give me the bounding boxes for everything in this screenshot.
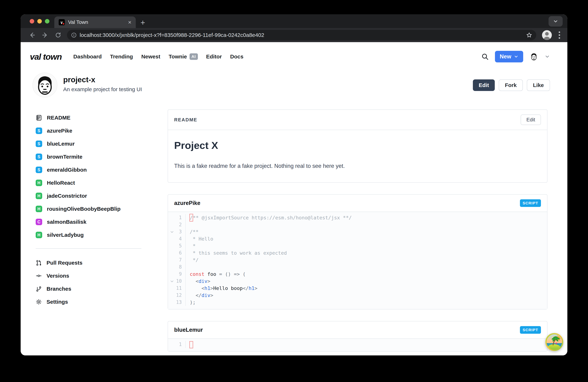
- code-line[interactable]: 2: [168, 221, 547, 228]
- code-text: [185, 221, 547, 228]
- code-line[interactable]: 3/**: [168, 228, 547, 235]
- minimize-window-button[interactable]: [37, 19, 42, 23]
- nav-link-label: Townie: [168, 54, 187, 60]
- bookmark-star-icon[interactable]: [526, 32, 532, 38]
- line-number: 1: [176, 214, 185, 221]
- tab-close-icon[interactable]: ×: [128, 19, 131, 25]
- line-number: 10: [176, 278, 185, 285]
- sidebar-item-azurePike[interactable]: SazurePike: [36, 124, 141, 137]
- file-card-azurePike: azurePikeSCRIPT1/** @jsxImportSource htt…: [168, 194, 547, 309]
- browser-menu-button[interactable]: [556, 32, 563, 39]
- readme-edit-button[interactable]: Edit: [521, 115, 541, 125]
- nav-link-dashboard[interactable]: Dashboard: [73, 54, 102, 60]
- screenshot-root: v Val Town × + localhost:3000/x/jxnblk/: [0, 0, 588, 382]
- nav-link-townie[interactable]: TownieAI: [168, 53, 198, 60]
- tab-search-button[interactable]: [548, 16, 563, 27]
- new-button[interactable]: New: [495, 51, 523, 62]
- code-line[interactable]: 13);: [168, 299, 547, 306]
- file-name: jadeConstrictor: [47, 193, 87, 199]
- chevron-down-icon[interactable]: [545, 54, 550, 59]
- sidebar-item-branches[interactable]: Branches: [36, 282, 141, 295]
- code-text: /**: [185, 228, 547, 235]
- browser-profile-avatar[interactable]: [542, 30, 552, 40]
- forward-button[interactable]: [40, 29, 51, 41]
- sidebar-item-brownTermite[interactable]: SbrownTermite: [36, 150, 141, 163]
- code-line[interactable]: 4 * Hello: [168, 235, 547, 242]
- gear-icon: [36, 299, 42, 305]
- zoom-window-button[interactable]: [45, 19, 49, 23]
- file-card-title: azurePike: [174, 200, 200, 206]
- sidebar-item-blueLemur[interactable]: SblueLemur: [36, 137, 141, 150]
- text-cursor: [190, 342, 193, 348]
- window-controls[interactable]: [30, 19, 49, 23]
- code-editor-azurePike[interactable]: 1/** @jsxImportSource https://esm.sh/hon…: [168, 212, 547, 309]
- code-line[interactable]: 5 *: [168, 242, 547, 249]
- code-line[interactable]: 10 <div>: [168, 278, 547, 285]
- code-line[interactable]: 1/** @jsxImportSource https://esm.sh/hon…: [168, 214, 547, 221]
- island-widget-button[interactable]: [545, 333, 563, 351]
- new-tab-button[interactable]: +: [141, 19, 145, 27]
- sidebar-item-silverLadybug[interactable]: HsilverLadybug: [36, 229, 141, 241]
- code-text: /** @jsxImportSource https://esm.sh/hono…: [185, 214, 547, 221]
- code-line[interactable]: 6 * this seems to work as expected: [168, 249, 547, 256]
- valtown-logo[interactable]: val town: [30, 52, 62, 62]
- sidebar-item-jadeConstrictor[interactable]: HjadeConstrictor: [36, 189, 141, 202]
- site-info-icon[interactable]: [71, 32, 77, 38]
- address-bar[interactable]: localhost:3000/x/jxnblk/project-x?f=8350…: [67, 30, 536, 40]
- line-number: 12: [176, 292, 185, 299]
- sidebar: README SazurePikeSblueLemurSbrownTermite…: [33, 111, 141, 308]
- project-avatar: [33, 73, 57, 97]
- code-line[interactable]: 11 <h1>Hello boop</h1>: [168, 285, 547, 292]
- sidebar-item-emeraldGibbon[interactable]: SemeraldGibbon: [36, 163, 141, 176]
- edit-button[interactable]: Edit: [473, 79, 495, 91]
- main-column: README Edit Project X This is a fake rea…: [168, 109, 547, 355]
- close-window-button[interactable]: [30, 19, 34, 23]
- sidebar-item-HelloReact[interactable]: HHelloReact: [36, 176, 141, 189]
- code-text: * Hello: [185, 235, 547, 242]
- code-text: </div>: [185, 292, 547, 299]
- code-line[interactable]: 1: [168, 341, 547, 348]
- file-name: azurePike: [47, 128, 72, 134]
- fold-chevron-icon[interactable]: [168, 278, 176, 285]
- nav-link-label: Newest: [141, 54, 160, 60]
- code-line[interactable]: 7 */: [168, 256, 547, 264]
- project-description: An example project for testing UI: [63, 86, 142, 93]
- code-editor-blueLemur[interactable]: 1: [168, 338, 547, 351]
- code-text: * this seems to work as expected: [185, 249, 547, 256]
- script-type-badge: SCRIPT: [520, 326, 541, 334]
- sidebar-item-versions[interactable]: Versions: [36, 269, 141, 282]
- sidebar-item-pull-requests[interactable]: Pull Requests: [36, 256, 141, 269]
- ai-badge: AI: [189, 53, 198, 60]
- code-line[interactable]: 9const foo = () => (: [168, 270, 547, 278]
- back-button[interactable]: [26, 29, 38, 41]
- chevron-down-icon: [553, 19, 558, 24]
- user-avatar[interactable]: [529, 52, 538, 61]
- sidebar-item-settings[interactable]: Settings: [36, 295, 141, 308]
- reload-button[interactable]: [52, 29, 64, 41]
- like-button[interactable]: Like: [527, 79, 550, 91]
- code-text: <h1>Hello boop</h1>: [185, 285, 547, 292]
- nav-link-editor[interactable]: Editor: [206, 54, 222, 60]
- nav-link-newest[interactable]: Newest: [141, 54, 160, 60]
- versions-commit-icon: [36, 273, 42, 279]
- nav-link-trending[interactable]: Trending: [110, 54, 133, 60]
- nav-link-label: Editor: [206, 54, 222, 60]
- readme-text: This is a fake readme for a fake project…: [174, 163, 541, 169]
- browser-tab[interactable]: v Val Town ×: [54, 17, 136, 28]
- project-actions: Edit Fork Like: [473, 79, 550, 91]
- search-icon[interactable]: [481, 53, 489, 60]
- fold-chevron-icon[interactable]: [168, 228, 176, 235]
- text-cursor: /: [190, 214, 193, 221]
- code-line[interactable]: 8: [168, 264, 547, 270]
- file-list: SazurePikeSblueLemurSbrownTermiteSemeral…: [36, 124, 141, 241]
- project-name: project-x: [63, 76, 142, 84]
- sidebar-item-salmonBasilisk[interactable]: CsalmonBasilisk: [36, 215, 141, 229]
- tab-title: Val Town: [68, 19, 125, 25]
- sidebar-item-rousingOliveBoobyBeepBlip[interactable]: HrousingOliveBoobyBeepBlip: [36, 202, 141, 215]
- url-text[interactable]: localhost:3000/x/jxnblk/project-x?f=8350…: [80, 32, 523, 38]
- sidebar-item-readme[interactable]: README: [36, 111, 141, 124]
- chevron-down-icon: [514, 54, 519, 59]
- code-line[interactable]: 12 </div>: [168, 292, 547, 299]
- nav-link-docs[interactable]: Docs: [230, 54, 243, 60]
- fork-button[interactable]: Fork: [499, 79, 523, 91]
